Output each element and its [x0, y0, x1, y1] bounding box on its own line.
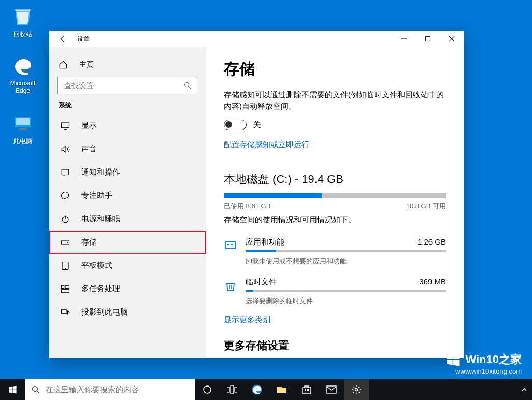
- window-title: 设置: [73, 35, 90, 44]
- svg-point-14: [67, 242, 68, 243]
- svg-point-6: [185, 83, 189, 87]
- svg-rect-17: [62, 285, 64, 288]
- task-view-button[interactable]: [220, 379, 245, 400]
- svg-rect-32: [235, 387, 237, 392]
- maximize-button[interactable]: [416, 31, 440, 47]
- desktop-icon-recycle-bin[interactable]: 回收站: [3, 5, 42, 39]
- power-icon: [61, 215, 71, 224]
- sidebar-item-display[interactable]: 显示: [49, 114, 206, 137]
- sidebar-item-tablet[interactable]: 平板模式: [49, 254, 206, 277]
- sidebar-section-label: 系统: [49, 99, 206, 114]
- storage-sense-desc: 存储感知可以通过删除不需要的文件(例如临时文件和回收站中的内容)自动释放空间。: [224, 89, 446, 112]
- desktop-icon-this-pc[interactable]: 此电脑: [3, 112, 42, 146]
- svg-rect-18: [65, 285, 69, 288]
- sidebar-item-label: 存储: [81, 237, 97, 247]
- taskbar: 在这里输入你要搜索的内容: [0, 379, 532, 400]
- search-input[interactable]: [57, 77, 197, 94]
- project-icon: [61, 308, 71, 317]
- sidebar-item-multitask[interactable]: 多任务处理: [49, 277, 206, 301]
- focus-icon: [61, 191, 71, 201]
- sidebar-item-sound[interactable]: 声音: [49, 137, 206, 161]
- taskbar-search-placeholder: 在这里输入你要搜索的内容: [46, 385, 139, 395]
- svg-rect-10: [62, 169, 69, 175]
- display-icon: [61, 121, 71, 131]
- content-pane: 存储 存储感知可以通过删除不需要的文件(例如临时文件和回收站中的内容)自动释放空…: [206, 47, 464, 358]
- svg-point-16: [65, 268, 66, 269]
- svg-line-7: [189, 87, 191, 89]
- category-sub: 卸载未使用或不想要的应用和功能: [246, 256, 446, 266]
- sidebar-item-project[interactable]: 投影到此电脑: [49, 301, 206, 324]
- desktop-icon-label: 回收站: [13, 31, 32, 38]
- category-label: 临时文件: [246, 277, 277, 287]
- svg-rect-3: [19, 128, 26, 130]
- desktop-icon-label: 此电脑: [13, 137, 32, 145]
- sidebar-item-label: 多任务处理: [81, 284, 120, 294]
- windows-logo-icon: [445, 352, 461, 367]
- sidebar: 主页 系统 显示 声音: [49, 47, 206, 358]
- svg-point-29: [204, 386, 211, 393]
- this-pc-icon: [11, 112, 34, 135]
- svg-point-38: [355, 389, 358, 391]
- svg-point-27: [33, 387, 38, 392]
- desktop-icon-edge[interactable]: Microsoft Edge: [3, 55, 42, 94]
- tray-chevron-button[interactable]: [516, 387, 532, 393]
- sidebar-home[interactable]: 主页: [49, 54, 206, 75]
- sidebar-item-label: 显示: [81, 121, 97, 131]
- recycle-bin-icon: [11, 5, 34, 28]
- show-more-link[interactable]: 显示更多类别: [224, 315, 446, 325]
- taskbar-edge-button[interactable]: [245, 379, 269, 400]
- storage-sense-toggle[interactable]: [224, 120, 247, 130]
- taskbar-store-button[interactable]: [294, 379, 319, 400]
- svg-rect-22: [227, 244, 229, 245]
- category-size: 369 MB: [419, 277, 446, 287]
- svg-rect-35: [305, 389, 306, 391]
- disk-used-label: 已使用 8.61 GB: [224, 202, 270, 211]
- sidebar-item-notifications[interactable]: 通知和操作: [49, 161, 206, 184]
- apps-icon: [224, 239, 237, 253]
- svg-rect-21: [225, 242, 236, 249]
- svg-rect-31: [231, 385, 234, 394]
- tablet-icon: [61, 261, 71, 270]
- svg-rect-30: [227, 387, 229, 392]
- svg-line-28: [37, 391, 39, 393]
- sidebar-item-label: 声音: [81, 144, 97, 154]
- sidebar-item-power[interactable]: 电源和睡眠: [49, 207, 206, 231]
- disk-usage-bar: [224, 193, 446, 198]
- configure-link[interactable]: 配置存储感知或立即运行: [224, 140, 446, 150]
- back-button[interactable]: [52, 31, 73, 47]
- page-title: 存储: [224, 59, 446, 80]
- sidebar-item-label: 通知和操作: [81, 167, 120, 177]
- svg-rect-19: [62, 289, 69, 292]
- start-button[interactable]: [0, 379, 25, 400]
- multitask-icon: [61, 284, 71, 294]
- sidebar-item-label: 投影到此电脑: [81, 307, 128, 317]
- more-settings-title: 更多存储设置: [224, 338, 446, 353]
- search-field[interactable]: [63, 81, 183, 90]
- sidebar-item-storage[interactable]: 存储: [49, 231, 206, 254]
- svg-rect-34: [277, 388, 286, 393]
- svg-rect-2: [16, 118, 30, 125]
- taskbar-mail-button[interactable]: [319, 379, 344, 400]
- sidebar-item-focus[interactable]: 专注助手: [49, 184, 206, 207]
- category-apps[interactable]: 应用和功能 1.26 GB 卸载未使用或不想要的应用和功能: [224, 233, 446, 273]
- taskbar-settings-button[interactable]: [344, 379, 369, 400]
- toggle-label: 关: [253, 120, 261, 131]
- storage-icon: [61, 238, 71, 247]
- category-temp[interactable]: 临时文件 369 MB 选择要删除的临时文件: [224, 273, 446, 313]
- svg-rect-8: [62, 123, 69, 128]
- titlebar: 设置: [49, 31, 464, 47]
- svg-rect-23: [231, 244, 233, 245]
- minimize-button[interactable]: [392, 31, 416, 47]
- taskbar-explorer-button[interactable]: [269, 379, 294, 400]
- settings-window: 设置 主页: [49, 31, 464, 358]
- taskbar-search[interactable]: 在这里输入你要搜索的内容: [25, 379, 195, 400]
- home-icon: [59, 60, 70, 69]
- category-label: 应用和功能: [246, 237, 284, 247]
- disk-title: 本地磁盘 (C:) - 19.4 GB: [224, 172, 446, 187]
- close-button[interactable]: [440, 31, 464, 47]
- watermark: Win10之家 www.win10xitong.com: [445, 352, 522, 375]
- cortana-button[interactable]: [195, 379, 220, 400]
- category-sub: 选择要删除的临时文件: [246, 296, 446, 306]
- svg-rect-5: [426, 37, 430, 41]
- notify-icon: [61, 168, 71, 177]
